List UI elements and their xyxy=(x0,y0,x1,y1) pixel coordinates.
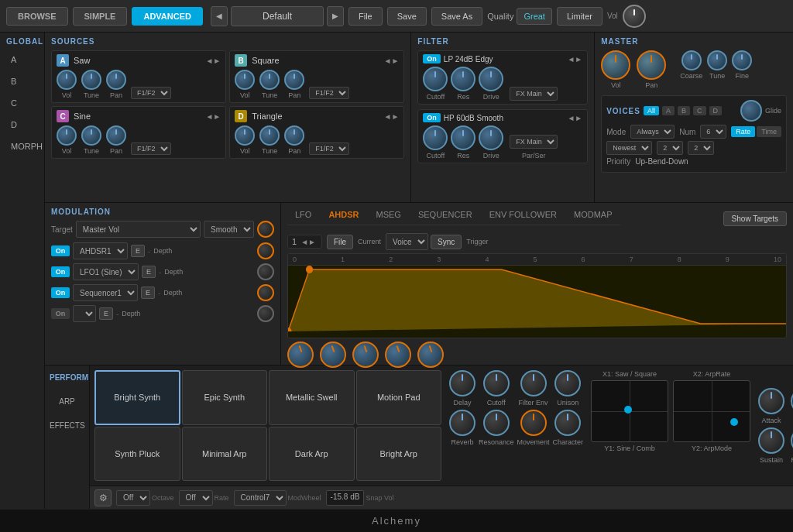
xy-pad-2[interactable] xyxy=(673,380,750,442)
drive-knob-2[interactable] xyxy=(479,125,503,150)
mod-source-4[interactable] xyxy=(73,305,96,322)
unison-knob[interactable] xyxy=(554,370,581,396)
perform-tab[interactable]: PERFORM xyxy=(45,366,89,390)
drive-knob-1[interactable] xyxy=(479,67,503,91)
res-knob-2[interactable] xyxy=(451,125,475,150)
quality-value[interactable]: Great xyxy=(517,8,552,25)
decay-knob[interactable] xyxy=(352,342,379,368)
glide-knob[interactable] xyxy=(740,100,762,122)
depth-knob-3[interactable] xyxy=(257,284,274,301)
filter-arrows-2[interactable]: ◄► xyxy=(567,114,582,122)
mod-on-1[interactable]: On xyxy=(51,245,70,256)
num-select[interactable]: 6 xyxy=(700,125,726,139)
f1f2-select-b[interactable]: F1/F2 xyxy=(309,87,349,99)
tab-lfo[interactable]: LFO xyxy=(287,208,319,221)
final-sustain-knob[interactable] xyxy=(758,427,784,454)
lfo-nav[interactable]: ◄► xyxy=(300,238,316,246)
tune-knob-c[interactable] xyxy=(81,125,101,146)
mod-e-3[interactable]: E xyxy=(141,287,155,299)
voice-select[interactable]: Voice xyxy=(386,233,428,250)
pan-knob-b[interactable] xyxy=(284,70,304,90)
lfo-file-btn[interactable]: File xyxy=(327,235,353,249)
vol-knob-c[interactable] xyxy=(57,125,77,146)
source-arrows-d[interactable]: ◄► xyxy=(384,112,400,121)
tune-knob-d[interactable] xyxy=(259,125,280,146)
cutoff-knob-2[interactable] xyxy=(423,125,448,150)
mod-e-1[interactable]: E xyxy=(131,245,145,257)
sustain-knob[interactable] xyxy=(385,342,411,368)
sync-btn[interactable]: Sync xyxy=(431,235,462,249)
num2-select[interactable]: 2 xyxy=(657,141,683,155)
pan-knob-a[interactable] xyxy=(106,70,126,90)
f1f2-select-c[interactable]: F1/F2 xyxy=(131,142,171,155)
preset-motion-pad[interactable]: Motion Pad xyxy=(356,370,442,425)
voices-all-btn[interactable]: All xyxy=(644,106,659,115)
hold-knob[interactable] xyxy=(320,342,346,368)
mod-on-2[interactable]: On xyxy=(51,266,70,277)
preset-prev[interactable]: ◀ xyxy=(211,6,228,26)
advanced-tab[interactable]: ADVANCED xyxy=(132,7,203,26)
resonance-knob[interactable] xyxy=(483,410,510,436)
vol-knob-b[interactable] xyxy=(235,70,255,90)
res-knob-1[interactable] xyxy=(451,67,475,91)
filter-arrows-1[interactable]: ◄► xyxy=(567,55,582,63)
browse-tab[interactable]: BROWSE xyxy=(6,7,68,26)
tab-ahdsr[interactable]: AHDSR xyxy=(321,208,366,221)
master-vol-knob[interactable] xyxy=(601,50,630,80)
voices-a-btn[interactable]: A xyxy=(662,106,675,115)
vol-knob-d[interactable] xyxy=(235,125,255,146)
sidebar-item-b[interactable]: B xyxy=(0,70,44,92)
depth-knob-1[interactable] xyxy=(257,242,274,259)
filter-env-knob[interactable] xyxy=(520,370,547,396)
gear-btn[interactable]: ⚙ xyxy=(94,489,112,506)
tab-sequencer[interactable]: SEQUENCER xyxy=(410,208,480,221)
final-attack-knob[interactable] xyxy=(758,388,784,414)
save-as-btn[interactable]: Save As xyxy=(431,7,482,26)
depth-knob-4[interactable] xyxy=(257,305,274,322)
tab-mseg[interactable]: MSEG xyxy=(369,208,409,221)
file-btn[interactable]: File xyxy=(348,7,383,26)
release-knob[interactable] xyxy=(417,342,444,368)
tab-modmap[interactable]: MODMAP xyxy=(566,208,620,221)
effects-tab[interactable]: EFFECTS xyxy=(45,414,89,438)
preset-name[interactable]: Default xyxy=(231,6,324,26)
mod-source-1[interactable]: AHDSR1 xyxy=(73,242,128,259)
time-btn[interactable]: Time xyxy=(757,126,781,137)
preset-minimal-arp[interactable]: Minimal Arp xyxy=(182,427,268,482)
mod-e-4[interactable]: E xyxy=(99,307,113,320)
sidebar-item-d[interactable]: D xyxy=(0,114,44,136)
limiter-btn[interactable]: Limiter xyxy=(557,7,602,26)
tab-env-follower[interactable]: ENV FOLLOWER xyxy=(482,208,565,221)
voices-c-btn[interactable]: C xyxy=(693,106,706,115)
preset-bright-synth[interactable]: Bright Synth xyxy=(94,370,180,425)
cutoff-knob-1[interactable] xyxy=(423,67,448,91)
num3-select[interactable]: 2 xyxy=(688,141,714,155)
voices-b-btn[interactable]: B xyxy=(678,106,690,115)
mod-e-2[interactable]: E xyxy=(142,266,156,278)
pan-knob-c[interactable] xyxy=(106,125,126,146)
mod-source-3[interactable]: Sequencer1 xyxy=(73,284,138,301)
fx-select-1[interactable]: FX Main xyxy=(510,87,558,101)
preset-next[interactable]: ▶ xyxy=(327,6,344,26)
save-btn[interactable]: Save xyxy=(387,7,427,26)
source-arrows-a[interactable]: ◄► xyxy=(205,57,221,65)
reverb-knob[interactable] xyxy=(449,410,475,436)
attack-knob[interactable] xyxy=(287,342,314,368)
arp-tab[interactable]: ARP xyxy=(45,390,89,414)
character-knob[interactable] xyxy=(554,410,581,436)
preset-dark-arp[interactable]: Dark Arp xyxy=(269,427,355,482)
preset-synth-pluck[interactable]: Synth Pluck xyxy=(94,427,180,482)
target-knob[interactable] xyxy=(257,221,274,238)
voices-d-btn[interactable]: D xyxy=(709,106,723,115)
fx-select-2[interactable]: FX Main xyxy=(510,135,558,149)
f1f2-select-d[interactable]: F1/F2 xyxy=(309,142,349,155)
source-arrows-c[interactable]: ◄► xyxy=(205,112,221,121)
tune-knob-m[interactable] xyxy=(707,50,727,70)
mod-on-3[interactable]: On xyxy=(51,287,70,298)
preset-epic-synth[interactable]: Epic Synth xyxy=(182,370,268,425)
mod-on-4[interactable]: On xyxy=(51,308,70,319)
coarse-knob[interactable] xyxy=(681,50,702,70)
env-area[interactable] xyxy=(288,266,786,331)
master-pan-knob[interactable] xyxy=(637,50,666,80)
pan-knob-d[interactable] xyxy=(284,125,304,146)
